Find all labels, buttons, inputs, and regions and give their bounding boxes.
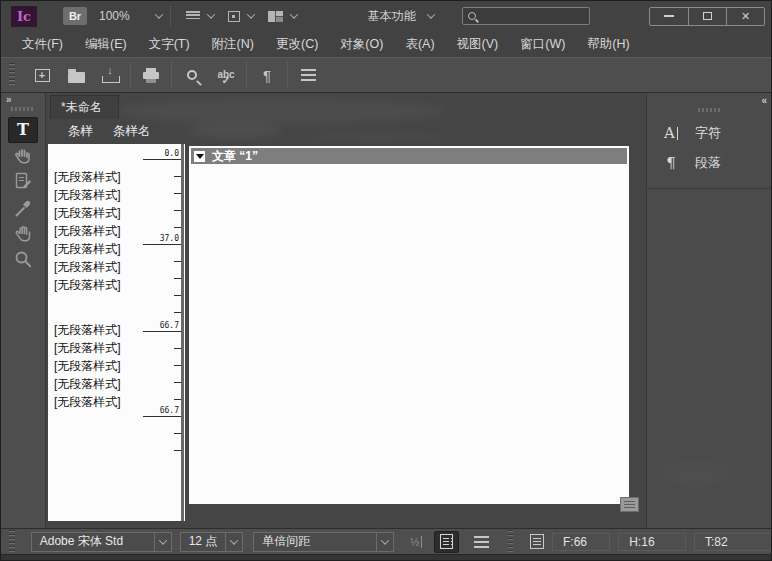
spellcheck-button[interactable]: abc✓ [209,61,243,89]
screen-mode-dropdown[interactable] [228,11,254,22]
zoom-tool-button[interactable] [8,247,38,273]
position-tool-button[interactable] [8,143,38,169]
separator [130,62,131,88]
ruler-tick [174,295,181,296]
chevron-down-icon [246,10,254,18]
separator [171,62,172,88]
ruler-tick-major [143,416,181,417]
menu-object[interactable]: 对象(O) [329,31,394,57]
font-size-value: 12 点 [181,533,226,550]
new-document-icon: + [35,69,50,82]
pilcrow-icon: ¶ [263,68,271,83]
maximize-icon [703,12,712,20]
tools-panel-collapse-button[interactable]: » [1,93,45,106]
copyfit-info-button[interactable] [523,528,550,556]
story-page[interactable]: 文章 “1” [189,146,629,504]
bridge-button[interactable]: Br [63,7,87,25]
ruler-tick-major [143,159,181,160]
close-icon: ✕ [741,10,750,23]
panel-character[interactable]: A 字符 [647,118,772,148]
save-button[interactable]: ↓ [93,61,127,89]
maximize-button[interactable] [688,8,726,25]
note-tool-button[interactable] [8,169,38,195]
toolbar-menu-button[interactable] [291,61,325,89]
tab-galley-2[interactable]: 条样名 [113,123,151,140]
copyfit-f-count: F:66 [552,533,610,551]
open-folder-icon [68,72,85,83]
chevron-down-icon [154,533,171,551]
menu-edit[interactable]: 编辑(E) [74,31,138,57]
statusbar-menu-button[interactable] [465,528,497,556]
statusbar-grip-handle[interactable] [9,530,15,554]
menu-window[interactable]: 窗口(W) [509,31,576,57]
tab-galley[interactable]: 条样 [68,123,93,140]
dock-expand-button[interactable]: « [647,93,772,107]
workspace-switcher[interactable]: 基本功能 [368,8,434,25]
open-button[interactable] [59,61,93,89]
font-family-select[interactable]: Adobe 宋体 Std [31,532,172,552]
new-document-button[interactable]: + [25,61,59,89]
search-input[interactable] [481,10,584,22]
page-corner-icon[interactable] [620,497,639,512]
chevron-down-icon [426,10,434,18]
app-toolbar: + ↓ abc✓ ¶ [1,57,772,93]
ruler-tick [174,348,181,349]
eyedropper-icon [12,196,34,220]
menu-table[interactable]: 表(A) [394,31,445,57]
font-size-select[interactable]: 12 点 [180,532,244,552]
ruler-tick [174,433,181,434]
menu-view[interactable]: 视图(V) [446,31,510,57]
menu-type[interactable]: 文字(T) [138,31,201,57]
ruler-tick [174,227,181,228]
eyedropper-tool-button[interactable] [8,195,38,221]
view-options-dropdown[interactable] [186,11,214,21]
save-icon: ↓ [102,67,118,83]
close-button[interactable]: ✕ [726,8,764,25]
font-family-value: Adobe 宋体 Std [32,533,154,550]
menu-help[interactable]: 帮助(H) [576,31,640,57]
window-bottom-edge [1,554,772,561]
dock-grip-handle[interactable] [698,108,722,112]
hand-tool-button[interactable] [8,221,38,247]
triangle-down-icon [196,154,204,159]
hidden-characters-button[interactable]: ¶ [250,61,284,89]
zoom-level-dropdown[interactable]: 100% [99,9,162,23]
ruler-tick [174,193,181,194]
copyfit-grip-handle[interactable] [508,530,514,554]
ruler-label: 0.0 [106,149,179,158]
info-column-toggle[interactable] [434,531,459,553]
ruler-label: 37.0 [106,234,179,243]
main-area: » T [1,93,772,528]
minimize-button[interactable] [650,8,688,25]
hamburger-menu-icon [301,69,316,71]
arrange-documents-dropdown[interactable] [268,11,297,22]
document-tab[interactable]: *未命名 [50,95,119,119]
chevron-down-icon [289,10,297,18]
leading-select[interactable]: 单倍间距 [253,532,394,552]
paragraph-style-label: [无段落样式] [54,186,121,204]
type-tool-button[interactable]: T [8,117,38,143]
menu-changes[interactable]: 更改(C) [265,31,329,57]
document-window: *未命名 条样 条样名 [无段落样式] [无段落样式] [无段落样式] [无段落… [46,93,646,528]
smudge-artifact [188,123,283,138]
half-icon: ½ [410,536,419,548]
separator [170,6,171,26]
divider [647,188,772,189]
character-panel-icon: A [660,124,682,142]
toolbar-grip-handle[interactable] [9,63,15,87]
print-button[interactable] [134,61,168,89]
print-icon [143,72,159,79]
smudge-artifact [116,98,446,124]
ruler-tick [174,382,181,383]
menu-file[interactable]: 文件(F) [11,31,74,57]
story-collapse-button[interactable] [194,151,205,162]
find-button[interactable] [175,61,209,89]
menu-notes[interactable]: 附注(N) [201,31,265,57]
incopy-window: Ic Br 100% 基本功能 ✕ [0,0,772,561]
workspace-name: 基本功能 [368,8,416,25]
line-number-toggle[interactable]: ½ [410,536,422,548]
panel-paragraph[interactable]: ¶ 段落 [647,148,772,178]
minimize-icon [664,15,674,17]
magnifier-icon [12,248,34,272]
tools-panel-grip-handle[interactable] [11,107,35,111]
